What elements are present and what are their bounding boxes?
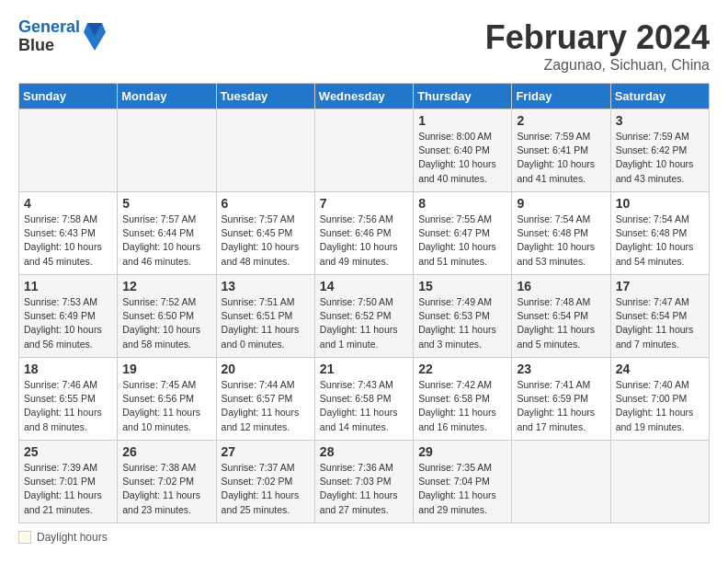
day-info: Sunrise: 7:58 AM Sunset: 6:43 PM Dayligh… — [24, 213, 112, 269]
day-number: 26 — [122, 444, 210, 459]
day-info: Sunrise: 7:54 AM Sunset: 6:48 PM Dayligh… — [616, 213, 704, 269]
day-info: Sunrise: 7:50 AM Sunset: 6:52 PM Dayligh… — [320, 295, 408, 351]
calendar-cell: 9Sunrise: 7:54 AM Sunset: 6:48 PM Daylig… — [512, 192, 610, 275]
day-number: 7 — [320, 196, 408, 211]
calendar-cell: 11Sunrise: 7:53 AM Sunset: 6:49 PM Dayli… — [19, 275, 118, 358]
day-header-sunday: Sunday — [19, 84, 118, 109]
day-info: Sunrise: 7:53 AM Sunset: 6:49 PM Dayligh… — [24, 295, 112, 351]
day-info: Sunrise: 7:56 AM Sunset: 6:46 PM Dayligh… — [320, 213, 408, 269]
calendar-cell — [512, 441, 610, 523]
day-number: 20 — [222, 362, 310, 376]
day-number: 17 — [616, 279, 704, 293]
day-number: 27 — [222, 444, 310, 459]
day-number: 22 — [418, 362, 506, 376]
day-number: 28 — [320, 444, 408, 459]
day-number: 13 — [222, 279, 310, 293]
day-header-monday: Monday — [118, 84, 216, 109]
day-info: Sunrise: 8:00 AM Sunset: 6:40 PM Dayligh… — [418, 130, 506, 186]
logo: General Blue — [18, 18, 106, 55]
calendar-cell: 1Sunrise: 8:00 AM Sunset: 6:40 PM Daylig… — [414, 109, 512, 192]
day-number: 2 — [517, 113, 605, 128]
calendar-cell: 5Sunrise: 7:57 AM Sunset: 6:44 PM Daylig… — [118, 192, 216, 275]
day-number: 21 — [320, 362, 408, 376]
day-info: Sunrise: 7:46 AM Sunset: 6:55 PM Dayligh… — [24, 378, 112, 434]
calendar-cell: 15Sunrise: 7:49 AM Sunset: 6:53 PM Dayli… — [414, 275, 512, 358]
calendar-cell: 13Sunrise: 7:51 AM Sunset: 6:51 PM Dayli… — [216, 275, 314, 358]
day-number: 19 — [122, 362, 210, 376]
calendar-cell: 3Sunrise: 7:59 AM Sunset: 6:42 PM Daylig… — [610, 109, 709, 192]
day-number: 4 — [24, 196, 112, 211]
calendar-cell: 8Sunrise: 7:55 AM Sunset: 6:47 PM Daylig… — [414, 192, 512, 275]
day-info: Sunrise: 7:45 AM Sunset: 6:56 PM Dayligh… — [122, 378, 210, 434]
calendar-cell: 19Sunrise: 7:45 AM Sunset: 6:56 PM Dayli… — [118, 358, 216, 441]
day-number: 3 — [616, 113, 704, 128]
calendar-cell: 14Sunrise: 7:50 AM Sunset: 6:52 PM Dayli… — [314, 275, 413, 358]
day-number: 5 — [122, 196, 210, 211]
location-subtitle: Zagunao, Sichuan, China — [485, 57, 710, 74]
day-info: Sunrise: 7:44 AM Sunset: 6:57 PM Dayligh… — [222, 378, 310, 434]
day-header-saturday: Saturday — [610, 84, 709, 109]
calendar-cell: 7Sunrise: 7:56 AM Sunset: 6:46 PM Daylig… — [314, 192, 413, 275]
calendar-cell: 2Sunrise: 7:59 AM Sunset: 6:41 PM Daylig… — [512, 109, 610, 192]
calendar-cell: 20Sunrise: 7:44 AM Sunset: 6:57 PM Dayli… — [216, 358, 314, 441]
logo-line2: Blue — [18, 37, 80, 55]
day-info: Sunrise: 7:41 AM Sunset: 6:59 PM Dayligh… — [517, 378, 605, 434]
day-number: 6 — [222, 196, 310, 211]
calendar-cell: 21Sunrise: 7:43 AM Sunset: 6:58 PM Dayli… — [314, 358, 413, 441]
day-number: 14 — [320, 279, 408, 293]
calendar-table: SundayMondayTuesdayWednesdayThursdayFrid… — [18, 83, 710, 523]
day-info: Sunrise: 7:59 AM Sunset: 6:42 PM Dayligh… — [616, 130, 704, 186]
day-info: Sunrise: 7:47 AM Sunset: 6:54 PM Dayligh… — [616, 295, 704, 351]
calendar-cell: 25Sunrise: 7:39 AM Sunset: 7:01 PM Dayli… — [19, 441, 118, 523]
day-info: Sunrise: 7:55 AM Sunset: 6:47 PM Dayligh… — [418, 213, 506, 269]
title-block: February 2024 Zagunao, Sichuan, China — [485, 18, 710, 74]
calendar-week-4: 18Sunrise: 7:46 AM Sunset: 6:55 PM Dayli… — [19, 358, 710, 441]
day-info: Sunrise: 7:42 AM Sunset: 6:58 PM Dayligh… — [418, 378, 506, 434]
calendar-cell — [19, 109, 118, 192]
day-info: Sunrise: 7:37 AM Sunset: 7:02 PM Dayligh… — [222, 461, 310, 517]
calendar-cell — [118, 109, 216, 192]
calendar-cell — [314, 109, 413, 192]
logo-line1: General — [18, 18, 80, 37]
day-info: Sunrise: 7:54 AM Sunset: 6:48 PM Dayligh… — [517, 213, 605, 269]
legend: Daylight hours — [18, 531, 710, 544]
calendar-week-5: 25Sunrise: 7:39 AM Sunset: 7:01 PM Dayli… — [19, 441, 710, 523]
day-header-wednesday: Wednesday — [314, 84, 413, 109]
day-info: Sunrise: 7:49 AM Sunset: 6:53 PM Dayligh… — [418, 295, 506, 351]
day-info: Sunrise: 7:48 AM Sunset: 6:54 PM Dayligh… — [517, 295, 605, 351]
calendar-cell: 16Sunrise: 7:48 AM Sunset: 6:54 PM Dayli… — [512, 275, 610, 358]
calendar-cell: 6Sunrise: 7:57 AM Sunset: 6:45 PM Daylig… — [216, 192, 314, 275]
calendar-cell: 10Sunrise: 7:54 AM Sunset: 6:48 PM Dayli… — [610, 192, 709, 275]
day-info: Sunrise: 7:57 AM Sunset: 6:45 PM Dayligh… — [222, 213, 310, 269]
day-info: Sunrise: 7:59 AM Sunset: 6:41 PM Dayligh… — [517, 130, 605, 186]
calendar-week-3: 11Sunrise: 7:53 AM Sunset: 6:49 PM Dayli… — [19, 275, 710, 358]
month-title: February 2024 — [485, 18, 710, 57]
calendar-cell: 28Sunrise: 7:36 AM Sunset: 7:03 PM Dayli… — [314, 441, 413, 523]
day-info: Sunrise: 7:52 AM Sunset: 6:50 PM Dayligh… — [122, 295, 210, 351]
calendar-cell: 12Sunrise: 7:52 AM Sunset: 6:50 PM Dayli… — [118, 275, 216, 358]
day-info: Sunrise: 7:40 AM Sunset: 7:00 PM Dayligh… — [616, 378, 704, 434]
legend-label: Daylight hours — [37, 531, 108, 544]
day-number: 12 — [122, 279, 210, 293]
calendar-cell: 26Sunrise: 7:38 AM Sunset: 7:02 PM Dayli… — [118, 441, 216, 523]
calendar-cell — [610, 441, 709, 523]
day-number: 8 — [418, 196, 506, 211]
calendar-cell: 18Sunrise: 7:46 AM Sunset: 6:55 PM Dayli… — [19, 358, 118, 441]
day-header-tuesday: Tuesday — [216, 84, 314, 109]
day-number: 18 — [24, 362, 112, 376]
day-header-friday: Friday — [512, 84, 610, 109]
day-info: Sunrise: 7:57 AM Sunset: 6:44 PM Dayligh… — [122, 213, 210, 269]
calendar-cell — [216, 109, 314, 192]
logo-icon — [84, 23, 106, 51]
day-header-thursday: Thursday — [414, 84, 512, 109]
calendar-week-1: 1Sunrise: 8:00 AM Sunset: 6:40 PM Daylig… — [19, 109, 710, 192]
legend-box — [18, 531, 31, 544]
calendar-cell: 17Sunrise: 7:47 AM Sunset: 6:54 PM Dayli… — [610, 275, 709, 358]
calendar-cell: 24Sunrise: 7:40 AM Sunset: 7:00 PM Dayli… — [610, 358, 709, 441]
calendar-cell: 4Sunrise: 7:58 AM Sunset: 6:43 PM Daylig… — [19, 192, 118, 275]
days-header-row: SundayMondayTuesdayWednesdayThursdayFrid… — [19, 84, 710, 109]
calendar-cell: 29Sunrise: 7:35 AM Sunset: 7:04 PM Dayli… — [414, 441, 512, 523]
day-number: 24 — [616, 362, 704, 376]
day-info: Sunrise: 7:39 AM Sunset: 7:01 PM Dayligh… — [24, 461, 112, 517]
calendar-cell: 22Sunrise: 7:42 AM Sunset: 6:58 PM Dayli… — [414, 358, 512, 441]
